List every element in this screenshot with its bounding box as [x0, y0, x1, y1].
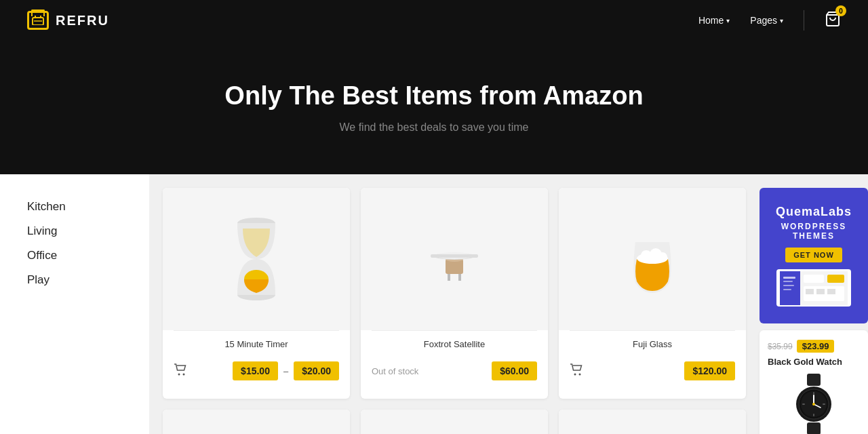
- svg-rect-25: [783, 277, 795, 279]
- price-2: $60.00: [492, 361, 537, 380]
- product-title-3: Fuji Glass: [559, 331, 746, 352]
- svg-rect-15: [448, 274, 450, 281]
- price-min-1: $15.00: [233, 361, 278, 380]
- sidebar-item-living[interactable]: Living: [27, 219, 136, 243]
- product-card-2: Foxtrot Satellite Out of stock $60.00: [361, 188, 548, 399]
- quemalabs-preview: [776, 269, 851, 307]
- product-image-2: [361, 188, 548, 330]
- chevron-down-icon: ▾: [726, 17, 730, 24]
- product-card-1: 15 Minute Timer $15.00 – $20.00: [163, 188, 350, 399]
- svg-rect-33: [816, 289, 825, 294]
- cart-badge: 0: [835, 5, 846, 16]
- add-to-cart-1[interactable]: [174, 363, 187, 379]
- svg-rect-42: [802, 403, 805, 405]
- quemalabs-name: QuemaLabs: [776, 205, 852, 219]
- quemalabs-cta[interactable]: GET NOW: [785, 248, 842, 262]
- cart-button[interactable]: 0: [825, 11, 841, 30]
- product-info-2: Out of stock $60.00: [361, 352, 548, 390]
- sidebar: Kitchen Living Office Play: [0, 174, 149, 434]
- product-card-3: Fuji Glass $120.00: [559, 188, 746, 399]
- product-card-4: [163, 410, 350, 435]
- watch-svg: [787, 374, 841, 434]
- ad-sidebar: QuemaLabs WORDPRESSTHEMES GET NOW: [760, 174, 868, 434]
- product-info-3: $120.00: [559, 352, 746, 390]
- nav-divider: [804, 10, 804, 31]
- hero-title: Only The Best Items from Amazon: [14, 81, 854, 111]
- svg-rect-35: [807, 374, 821, 386]
- logo[interactable]: REFRU: [27, 11, 109, 30]
- sidebar-item-office[interactable]: Office: [27, 243, 136, 268]
- out-of-stock-label-2: Out of stock: [372, 366, 418, 376]
- svg-rect-43: [823, 403, 825, 405]
- chevron-down-icon: ▾: [780, 17, 783, 24]
- ad-quemalabs: QuemaLabs WORDPRESSTHEMES GET NOW: [760, 188, 868, 323]
- sidebar-item-play[interactable]: Play: [27, 268, 136, 292]
- svg-point-9: [183, 373, 185, 375]
- quemalabs-sub: WORDPRESSTHEMES: [776, 222, 852, 241]
- svg-rect-32: [806, 289, 814, 294]
- svg-rect-30: [827, 275, 844, 283]
- logo-icon: [27, 11, 49, 30]
- watch-prices: $35.99 $23.99: [768, 340, 860, 353]
- sidebar-item-kitchen[interactable]: Kitchen: [27, 195, 136, 219]
- product-image-1: [163, 188, 350, 330]
- product-title-2: Foxtrot Satellite: [361, 331, 548, 352]
- svg-point-20: [658, 252, 667, 262]
- svg-point-21: [574, 373, 576, 375]
- product-info-1: $15.00 – $20.00: [163, 352, 350, 390]
- main-layout: Kitchen Living Office Play: [0, 174, 868, 434]
- hero-subtitle: We find the best deals to save you time: [14, 121, 854, 134]
- price-sep-1: –: [283, 366, 288, 376]
- svg-rect-27: [783, 285, 794, 286]
- svg-rect-41: [813, 414, 814, 416]
- drone-icon: [410, 232, 498, 286]
- svg-rect-24: [780, 271, 800, 305]
- price-3: $120.00: [684, 361, 735, 380]
- watch-image: [768, 374, 860, 434]
- svg-rect-34: [827, 289, 835, 294]
- svg-point-8: [178, 373, 180, 375]
- nav-home[interactable]: Home ▾: [698, 15, 730, 26]
- svg-rect-26: [783, 281, 793, 282]
- watch-old-price: $35.99: [768, 342, 793, 351]
- navbar: REFRU Home ▾ Pages ▾ 0: [0, 0, 868, 41]
- price-max-1: $20.00: [294, 361, 339, 380]
- add-to-cart-3[interactable]: [570, 363, 583, 379]
- svg-point-46: [812, 403, 815, 406]
- product-image-4: [163, 410, 350, 435]
- product-image-5: [361, 410, 548, 435]
- svg-rect-40: [813, 392, 814, 395]
- svg-rect-29: [804, 275, 824, 283]
- svg-point-22: [579, 373, 581, 375]
- product-image-6: [559, 410, 746, 435]
- hero-section: Only The Best Items from Amazon We find …: [0, 41, 868, 188]
- nav-pages[interactable]: Pages ▾: [750, 15, 783, 26]
- quemalabs-brand: QuemaLabs WORDPRESSTHEMES: [776, 205, 852, 241]
- product-image-3: [559, 188, 746, 330]
- glass-icon: [622, 222, 683, 296]
- svg-rect-36: [807, 422, 821, 434]
- product-card-6: [559, 410, 746, 435]
- product-card-5: [361, 410, 548, 435]
- svg-rect-16: [458, 274, 461, 281]
- nav-links: Home ▾ Pages ▾ 0: [698, 10, 841, 31]
- logo-text: REFRU: [56, 13, 109, 28]
- hourglass-icon: [229, 215, 283, 303]
- svg-rect-14: [431, 254, 478, 258]
- watch-new-price: $23.99: [797, 340, 835, 353]
- svg-rect-28: [783, 289, 791, 290]
- products-grid: 15 Minute Timer $15.00 – $20.00: [149, 174, 760, 434]
- ad-watch: $35.99 $23.99 Black Gold Watch: [760, 330, 868, 434]
- watch-name: Black Gold Watch: [768, 357, 860, 367]
- product-title-1: 15 Minute Timer: [163, 331, 350, 352]
- price-range-1: $15.00 – $20.00: [233, 361, 339, 380]
